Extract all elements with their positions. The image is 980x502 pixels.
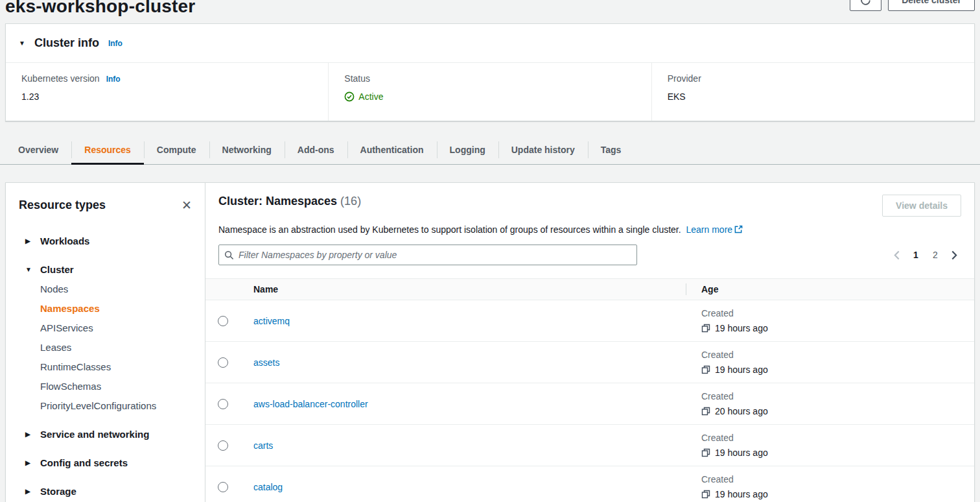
close-icon[interactable]: ✕ bbox=[181, 199, 192, 211]
refresh-icon bbox=[860, 0, 871, 6]
namespaces-heading: Cluster: Namespaces (16) bbox=[218, 195, 361, 208]
resources-content: Resource types ✕ ▶ Workloads ▼ Cluster N… bbox=[5, 182, 975, 502]
table-row: aws-load-balancer-controller Created 20 … bbox=[205, 383, 974, 425]
resource-types-title: Resource types bbox=[19, 198, 106, 212]
row-select-cell bbox=[205, 357, 240, 368]
namespace-link[interactable]: aws-load-balancer-controller bbox=[253, 399, 368, 409]
filter-box bbox=[218, 245, 637, 265]
namespaces-table: Name Age activemq Created 19 hours ago bbox=[205, 278, 974, 502]
namespace-link[interactable]: carts bbox=[253, 440, 273, 451]
sidebar-item-service-and-networking[interactable]: ▶ Service and networking bbox=[25, 427, 192, 440]
chevron-left-icon bbox=[892, 250, 901, 260]
namespace-link[interactable]: assets bbox=[253, 357, 279, 368]
copy-icon[interactable] bbox=[701, 365, 710, 374]
tab-add-ons[interactable]: Add-ons bbox=[285, 136, 347, 164]
table-row: assets Created 19 hours ago bbox=[205, 342, 974, 383]
sidebar-item-leases[interactable]: Leases bbox=[25, 342, 192, 353]
sidebar-item-storage[interactable]: ▶ Storage bbox=[25, 484, 192, 497]
tab-overview[interactable]: Overview bbox=[5, 136, 71, 164]
check-circle-icon bbox=[344, 91, 355, 102]
row-radio-button[interactable] bbox=[218, 440, 228, 451]
row-select-cell bbox=[205, 316, 240, 326]
tab-bar: Overview Resources Compute Networking Ad… bbox=[0, 136, 980, 165]
row-name-cell: assets bbox=[240, 357, 686, 368]
sidebar-item-label: Storage bbox=[40, 486, 76, 497]
created-label: Created bbox=[701, 433, 768, 443]
sidebar-item-label: Cluster bbox=[40, 264, 74, 275]
chevron-right-icon bbox=[950, 250, 959, 260]
namespaces-panel: Cluster: Namespaces (16) View details Na… bbox=[205, 183, 974, 502]
sidebar-item-apiservices[interactable]: APIServices bbox=[25, 322, 192, 334]
row-age-cell: Created 19 hours ago bbox=[686, 425, 974, 466]
namespace-link[interactable]: activemq bbox=[253, 316, 290, 326]
row-radio-button[interactable] bbox=[218, 399, 228, 409]
created-label: Created bbox=[701, 474, 768, 484]
collapse-caret-icon[interactable]: ▼ bbox=[19, 40, 25, 47]
delete-cluster-button[interactable]: Delete cluster bbox=[888, 0, 975, 11]
cluster-info-panel: ▼ Cluster info Info Kubernetes version I… bbox=[5, 23, 975, 121]
namespaces-panel-top: Cluster: Namespaces (16) View details Na… bbox=[205, 195, 974, 265]
row-age-cell: Created 20 hours ago bbox=[686, 383, 974, 424]
sidebar-item-workloads[interactable]: ▶ Workloads bbox=[25, 234, 192, 247]
age-value: 19 hours ago bbox=[715, 365, 768, 375]
row-radio-button[interactable] bbox=[218, 316, 228, 326]
caret-right-icon: ▶ bbox=[25, 431, 32, 438]
sidebar-item-config-and-secrets[interactable]: ▶ Config and secrets bbox=[25, 456, 192, 469]
caret-right-icon: ▶ bbox=[25, 488, 32, 495]
created-label: Created bbox=[701, 308, 768, 318]
filter-input[interactable] bbox=[239, 250, 631, 260]
status-label: Status bbox=[344, 73, 635, 84]
status-text: Active bbox=[358, 91, 383, 102]
row-name-cell: catalog bbox=[240, 481, 686, 493]
tab-update-history[interactable]: Update history bbox=[498, 136, 588, 164]
search-icon bbox=[224, 250, 234, 260]
view-details-button[interactable]: View details bbox=[882, 195, 961, 217]
filter-row: 1 2 bbox=[218, 245, 961, 265]
sidebar-item-runtimeclasses[interactable]: RuntimeClasses bbox=[25, 361, 192, 373]
tab-resources[interactable]: Resources bbox=[71, 136, 144, 164]
sidebar-item-prioritylevelconfigurations[interactable]: PriorityLevelConfigurations bbox=[25, 400, 192, 412]
next-page-button[interactable] bbox=[948, 250, 961, 260]
sidebar-item-label: Workloads bbox=[40, 235, 89, 246]
caret-down-icon: ▼ bbox=[25, 266, 32, 273]
tab-authentication[interactable]: Authentication bbox=[347, 136, 437, 164]
tab-tags[interactable]: Tags bbox=[588, 136, 635, 164]
cluster-info-info-link[interactable]: Info bbox=[108, 39, 122, 48]
sidebar-item-nodes[interactable]: Nodes bbox=[25, 283, 192, 295]
tab-compute[interactable]: Compute bbox=[144, 136, 209, 164]
pagination: 1 2 bbox=[890, 248, 961, 261]
row-radio-button[interactable] bbox=[218, 482, 228, 492]
row-name-cell: carts bbox=[240, 440, 686, 451]
learn-more-link[interactable]: Learn more bbox=[686, 224, 733, 235]
sidebar-item-cluster[interactable]: ▼ Cluster bbox=[25, 263, 192, 276]
namespace-link[interactable]: catalog bbox=[253, 482, 283, 492]
row-radio-button[interactable] bbox=[218, 357, 228, 368]
sidebar-item-label: Service and networking bbox=[40, 429, 149, 440]
copy-icon[interactable] bbox=[701, 407, 710, 416]
previous-page-button[interactable] bbox=[890, 250, 904, 260]
sidebar-item-namespaces[interactable]: Namespaces bbox=[25, 303, 192, 315]
table-row: activemq Created 19 hours ago bbox=[205, 300, 974, 342]
row-name-cell: activemq bbox=[240, 315, 686, 327]
sidebar-item-flowschemas[interactable]: FlowSchemas bbox=[25, 381, 192, 392]
page-number-1[interactable]: 1 bbox=[909, 248, 923, 261]
caret-right-icon: ▶ bbox=[25, 459, 32, 466]
copy-icon[interactable] bbox=[701, 448, 710, 457]
kubernetes-version-info-link[interactable]: Info bbox=[106, 75, 121, 84]
copy-icon[interactable] bbox=[701, 324, 710, 333]
page-number-2[interactable]: 2 bbox=[928, 248, 942, 261]
row-select-cell bbox=[205, 399, 240, 409]
age-column-header: Age bbox=[686, 279, 974, 300]
cluster-info-body: Kubernetes version Info 1.23 Status Acti… bbox=[6, 63, 974, 121]
namespaces-description: Namespace is an abstraction used by Kube… bbox=[218, 224, 961, 235]
row-age-cell: Created 19 hours ago bbox=[686, 466, 974, 502]
tab-networking[interactable]: Networking bbox=[209, 136, 285, 164]
refresh-button[interactable] bbox=[850, 0, 881, 11]
age-value: 19 hours ago bbox=[715, 323, 768, 333]
copy-icon[interactable] bbox=[701, 490, 710, 499]
cluster-info-title: Cluster info bbox=[34, 36, 99, 50]
kubernetes-version-label: Kubernetes version Info bbox=[21, 73, 312, 84]
tab-logging[interactable]: Logging bbox=[437, 136, 498, 164]
age-value: 20 hours ago bbox=[715, 406, 768, 416]
row-select-cell bbox=[205, 482, 240, 492]
